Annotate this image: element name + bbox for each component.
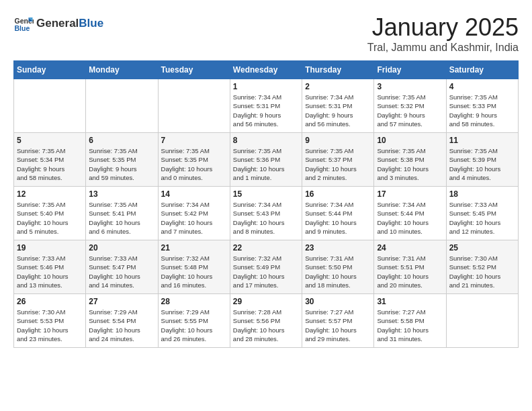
empty-cell [158, 79, 230, 133]
day-number: 14 [161, 189, 227, 199]
day-number: 19 [17, 243, 83, 253]
day-info: Sunrise: 7:31 AM Sunset: 5:50 PM Dayligh… [305, 254, 371, 289]
day-info: Sunrise: 7:35 AM Sunset: 5:35 PM Dayligh… [161, 146, 227, 182]
day-number: 15 [233, 189, 299, 199]
day-cell-13: 13Sunrise: 7:35 AM Sunset: 5:41 PM Dayli… [86, 187, 158, 240]
day-cell-26: 26Sunrise: 7:30 AM Sunset: 5:53 PM Dayli… [14, 294, 86, 348]
day-cell-6: 6Sunrise: 7:35 AM Sunset: 5:35 PM Daylig… [86, 133, 158, 187]
day-number: 25 [449, 243, 515, 253]
day-cell-3: 3Sunrise: 7:35 AM Sunset: 5:32 PM Daylig… [374, 79, 446, 133]
day-cell-15: 15Sunrise: 7:34 AM Sunset: 5:43 PM Dayli… [230, 187, 302, 240]
weekday-header-friday: Friday [374, 61, 446, 79]
day-number: 8 [233, 136, 299, 145]
day-cell-10: 10Sunrise: 7:35 AM Sunset: 5:38 PM Dayli… [374, 133, 446, 187]
day-cell-5: 5Sunrise: 7:35 AM Sunset: 5:34 PM Daylig… [14, 133, 86, 187]
day-cell-2: 2Sunrise: 7:34 AM Sunset: 5:31 PM Daylig… [302, 79, 374, 133]
day-cell-19: 19Sunrise: 7:33 AM Sunset: 5:46 PM Dayli… [14, 240, 86, 294]
day-number: 28 [161, 297, 227, 306]
week-row-1: 1Sunrise: 7:34 AM Sunset: 5:31 PM Daylig… [14, 79, 519, 133]
week-row-5: 26Sunrise: 7:30 AM Sunset: 5:53 PM Dayli… [14, 294, 519, 348]
day-number: 9 [305, 136, 371, 145]
day-info: Sunrise: 7:35 AM Sunset: 5:41 PM Dayligh… [89, 200, 154, 236]
day-cell-12: 12Sunrise: 7:35 AM Sunset: 5:40 PM Dayli… [14, 187, 86, 240]
weekday-header-thursday: Thursday [302, 61, 374, 79]
day-info: Sunrise: 7:33 AM Sunset: 5:45 PM Dayligh… [449, 200, 515, 236]
day-cell-11: 11Sunrise: 7:35 AM Sunset: 5:39 PM Dayli… [446, 133, 518, 187]
weekday-header-row: SundayMondayTuesdayWednesdayThursdayFrid… [14, 61, 519, 79]
day-info: Sunrise: 7:34 AM Sunset: 5:31 PM Dayligh… [305, 93, 371, 128]
day-info: Sunrise: 7:35 AM Sunset: 5:35 PM Dayligh… [89, 146, 154, 182]
day-info: Sunrise: 7:34 AM Sunset: 5:44 PM Dayligh… [377, 200, 443, 236]
day-cell-14: 14Sunrise: 7:34 AM Sunset: 5:42 PM Dayli… [158, 187, 230, 240]
day-number: 31 [377, 297, 443, 306]
day-cell-17: 17Sunrise: 7:34 AM Sunset: 5:44 PM Dayli… [374, 187, 446, 240]
day-info: Sunrise: 7:34 AM Sunset: 5:44 PM Dayligh… [305, 200, 371, 236]
day-number: 4 [449, 82, 515, 91]
day-number: 21 [161, 243, 227, 253]
day-cell-16: 16Sunrise: 7:34 AM Sunset: 5:44 PM Dayli… [302, 187, 374, 240]
location-subtitle: Tral, Jammu and Kashmir, India [367, 42, 519, 54]
day-number: 22 [233, 243, 299, 253]
logo-text: GeneralBlue [36, 17, 103, 30]
day-number: 3 [377, 82, 443, 91]
day-cell-1: 1Sunrise: 7:34 AM Sunset: 5:31 PM Daylig… [230, 79, 302, 133]
day-info: Sunrise: 7:35 AM Sunset: 5:37 PM Dayligh… [305, 146, 371, 182]
day-info: Sunrise: 7:30 AM Sunset: 5:52 PM Dayligh… [449, 254, 515, 289]
day-info: Sunrise: 7:35 AM Sunset: 5:36 PM Dayligh… [233, 146, 299, 182]
week-row-4: 19Sunrise: 7:33 AM Sunset: 5:46 PM Dayli… [14, 240, 519, 294]
day-info: Sunrise: 7:31 AM Sunset: 5:51 PM Dayligh… [377, 254, 443, 289]
day-info: Sunrise: 7:27 AM Sunset: 5:58 PM Dayligh… [377, 308, 443, 343]
day-cell-28: 28Sunrise: 7:29 AM Sunset: 5:55 PM Dayli… [158, 294, 230, 348]
logo: General Blue GeneralBlue [13, 13, 103, 34]
day-info: Sunrise: 7:29 AM Sunset: 5:55 PM Dayligh… [161, 308, 227, 343]
day-number: 7 [161, 136, 227, 145]
title-section: January 2025 Tral, Jammu and Kashmir, In… [367, 13, 519, 54]
day-number: 6 [89, 136, 154, 145]
day-cell-22: 22Sunrise: 7:32 AM Sunset: 5:49 PM Dayli… [230, 240, 302, 294]
day-cell-25: 25Sunrise: 7:30 AM Sunset: 5:52 PM Dayli… [446, 240, 518, 294]
day-number: 30 [305, 297, 371, 306]
day-number: 20 [89, 243, 154, 253]
empty-cell [86, 79, 158, 133]
day-number: 13 [89, 189, 154, 199]
day-number: 24 [377, 243, 443, 253]
weekday-header-wednesday: Wednesday [230, 61, 302, 79]
day-cell-9: 9Sunrise: 7:35 AM Sunset: 5:37 PM Daylig… [302, 133, 374, 187]
day-info: Sunrise: 7:35 AM Sunset: 5:33 PM Dayligh… [449, 93, 515, 128]
day-info: Sunrise: 7:34 AM Sunset: 5:43 PM Dayligh… [233, 200, 299, 236]
logo-blue: Blue [79, 17, 103, 30]
day-info: Sunrise: 7:35 AM Sunset: 5:38 PM Dayligh… [377, 146, 443, 182]
day-info: Sunrise: 7:34 AM Sunset: 5:42 PM Dayligh… [161, 200, 227, 236]
day-cell-18: 18Sunrise: 7:33 AM Sunset: 5:45 PM Dayli… [446, 187, 518, 240]
week-row-3: 12Sunrise: 7:35 AM Sunset: 5:40 PM Dayli… [14, 187, 519, 240]
day-info: Sunrise: 7:35 AM Sunset: 5:34 PM Dayligh… [17, 146, 83, 182]
weekday-header-tuesday: Tuesday [158, 61, 230, 79]
day-number: 23 [305, 243, 371, 253]
day-number: 18 [449, 189, 515, 199]
logo-icon: General Blue [13, 13, 34, 34]
day-number: 1 [233, 82, 299, 91]
day-cell-30: 30Sunrise: 7:27 AM Sunset: 5:57 PM Dayli… [302, 294, 374, 348]
day-cell-4: 4Sunrise: 7:35 AM Sunset: 5:33 PM Daylig… [446, 79, 518, 133]
day-number: 17 [377, 189, 443, 199]
weekday-header-saturday: Saturday [446, 61, 518, 79]
page-header: General Blue GeneralBlue January 2025 Tr… [13, 13, 519, 54]
day-cell-27: 27Sunrise: 7:29 AM Sunset: 5:54 PM Dayli… [86, 294, 158, 348]
svg-text:Blue: Blue [15, 24, 30, 32]
day-info: Sunrise: 7:35 AM Sunset: 5:39 PM Dayligh… [449, 146, 515, 182]
calendar-table: SundayMondayTuesdayWednesdayThursdayFrid… [13, 60, 519, 348]
day-info: Sunrise: 7:33 AM Sunset: 5:47 PM Dayligh… [89, 254, 154, 289]
empty-cell [14, 79, 86, 133]
weekday-header-monday: Monday [86, 61, 158, 79]
day-info: Sunrise: 7:35 AM Sunset: 5:32 PM Dayligh… [377, 93, 443, 128]
weekday-header-sunday: Sunday [14, 61, 86, 79]
week-row-2: 5Sunrise: 7:35 AM Sunset: 5:34 PM Daylig… [14, 133, 519, 187]
day-cell-8: 8Sunrise: 7:35 AM Sunset: 5:36 PM Daylig… [230, 133, 302, 187]
day-number: 27 [89, 297, 154, 306]
day-number: 16 [305, 189, 371, 199]
day-info: Sunrise: 7:30 AM Sunset: 5:53 PM Dayligh… [17, 308, 83, 343]
day-number: 26 [17, 297, 83, 306]
day-info: Sunrise: 7:27 AM Sunset: 5:57 PM Dayligh… [305, 308, 371, 343]
day-number: 2 [305, 82, 371, 91]
day-cell-23: 23Sunrise: 7:31 AM Sunset: 5:50 PM Dayli… [302, 240, 374, 294]
